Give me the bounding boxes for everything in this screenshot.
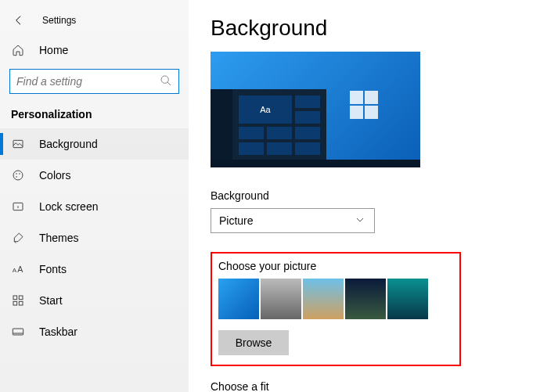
nav-item-colors[interactable]: Colors: [0, 160, 189, 191]
nav: Background Colors Lock screen Themes AA …: [0, 128, 189, 347]
svg-text:A: A: [13, 267, 17, 274]
svg-rect-13: [13, 329, 23, 335]
home-label: Home: [39, 44, 68, 56]
svg-point-5: [16, 176, 17, 178]
home-item[interactable]: Home: [0, 34, 189, 66]
page-title: Background: [211, 16, 518, 41]
grid-icon: [11, 293, 25, 307]
choose-picture-label: Choose your picture: [218, 260, 445, 272]
home-icon: [11, 43, 25, 57]
svg-rect-11: [13, 301, 17, 305]
search-input[interactable]: [16, 75, 160, 88]
background-dropdown[interactable]: Picture: [211, 208, 375, 233]
sidebar: Settings Home Personalization Background…: [0, 0, 189, 392]
svg-point-2: [13, 171, 23, 180]
nav-item-background[interactable]: Background: [0, 128, 189, 160]
nav-item-lockscreen[interactable]: Lock screen: [0, 191, 189, 222]
svg-rect-12: [19, 301, 23, 305]
background-preview: Aa: [211, 52, 420, 167]
svg-point-3: [16, 173, 17, 174]
nav-item-label: Lock screen: [39, 200, 98, 213]
nav-item-label: Themes: [39, 232, 79, 244]
picture-thumb[interactable]: [303, 279, 344, 319]
nav-item-label: Fonts: [39, 263, 67, 275]
nav-item-taskbar[interactable]: Taskbar: [0, 316, 189, 347]
nav-item-themes[interactable]: Themes: [0, 222, 189, 254]
picture-thumb[interactable]: [387, 279, 428, 319]
picture-thumb[interactable]: [218, 279, 259, 319]
search-icon: [160, 74, 172, 89]
browse-button[interactable]: Browse: [218, 330, 289, 355]
picture-thumbnails: [218, 279, 445, 319]
nav-item-start[interactable]: Start: [0, 285, 189, 316]
preview-aa-tile: Aa: [239, 95, 292, 124]
svg-point-4: [19, 173, 20, 174]
background-dropdown-value: Picture: [219, 214, 254, 227]
chevron-left-icon: [13, 14, 25, 27]
svg-rect-9: [13, 296, 17, 300]
nav-item-label: Start: [39, 294, 63, 307]
section-label: Personalization: [0, 102, 189, 128]
choose-fit-label: Choose a fit: [211, 380, 518, 392]
background-field-label: Background: [211, 189, 518, 202]
font-icon: AA: [11, 262, 25, 276]
svg-rect-10: [19, 296, 23, 300]
nav-item-label: Background: [39, 138, 98, 150]
picture-thumb[interactable]: [345, 279, 386, 319]
nav-item-label: Taskbar: [39, 325, 77, 338]
picture-thumb[interactable]: [261, 279, 301, 319]
preview-taskbar: [211, 160, 420, 167]
taskbar-icon: [11, 325, 25, 339]
brush-icon: [11, 231, 25, 245]
svg-text:A: A: [17, 264, 23, 274]
lock-icon: [11, 200, 25, 214]
choose-picture-section: Choose your picture Browse: [211, 252, 461, 366]
image-icon: [11, 137, 25, 151]
palette-icon: [11, 168, 25, 182]
app-title: Settings: [42, 15, 76, 26]
search-box[interactable]: [9, 69, 179, 94]
titlebar: Settings: [0, 6, 189, 34]
svg-point-0: [161, 76, 168, 83]
nav-item-label: Colors: [39, 169, 70, 182]
preview-startmenu: Aa: [211, 89, 326, 167]
chevron-down-icon: [354, 214, 366, 228]
back-button[interactable]: [11, 13, 27, 28]
browse-button-label: Browse: [236, 336, 272, 349]
main-content: Background Aa Background Picture Choose …: [189, 0, 540, 392]
windows-logo-icon: [350, 91, 378, 119]
nav-item-fonts[interactable]: AA Fonts: [0, 254, 189, 285]
